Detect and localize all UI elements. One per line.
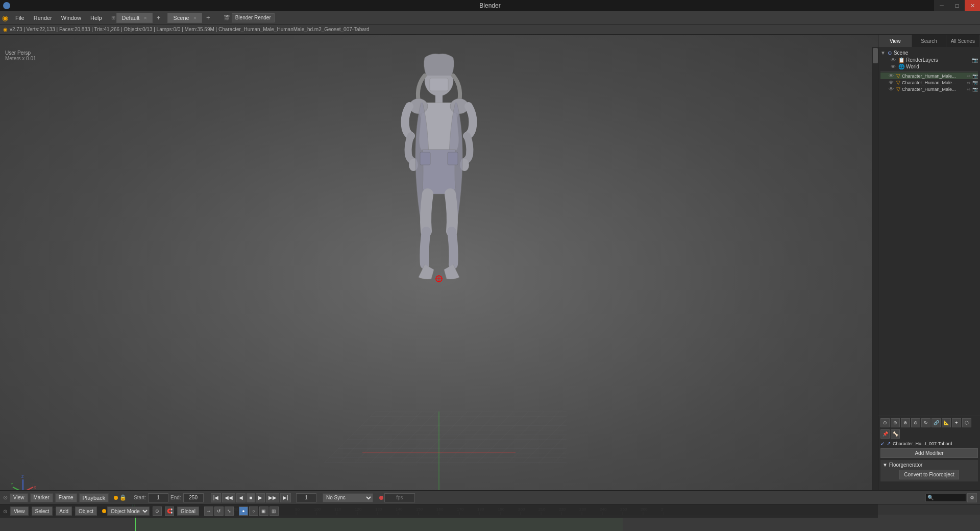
timeline-marker-btn[interactable]: Marker [30, 493, 53, 502]
menubar-help[interactable]: Help [86, 12, 106, 23]
viewport-toolbar-bottom: ⊙ View Select Add Object Object Mode Edi… [0, 504, 878, 518]
mod-constraint-pin-icon[interactable]: 📌 [880, 429, 890, 439]
scene-item-char1[interactable]: 👁 ▽ Character_Human_Male... ⇔ 📷 [880, 73, 978, 79]
timeline-frame-btn[interactable]: Frame [55, 493, 77, 502]
char3-type-icon: ▽ [896, 86, 900, 92]
view-menu-btn[interactable]: View [10, 506, 29, 516]
play-reverse-btn[interactable]: ◀ [236, 493, 246, 502]
play-btn[interactable]: ▶ [256, 493, 265, 502]
timeline-settings-btn[interactable]: ⚙ [967, 493, 977, 502]
renderlayers-label: RenderLayers [906, 57, 938, 63]
global-local-btn[interactable]: Global [177, 506, 199, 516]
sync-select[interactable]: No Sync Frame Dropping AV Sync [323, 493, 373, 502]
snap-btn[interactable]: 🧲 [165, 506, 174, 516]
svg-rect-14 [448, 152, 458, 165]
right-panel: View Search All Scenes ▼ ⊙ Scene 👁 📋 Ren… [878, 35, 980, 518]
mod-type-btn-9[interactable]: ⬡ [962, 418, 971, 427]
skip-forward-btn[interactable]: ▶▶ [266, 493, 279, 502]
rotate-icon-btn[interactable]: ↺ [214, 506, 224, 516]
menubar-render[interactable]: Render [30, 12, 56, 23]
lock-icon-btn[interactable]: 🔒 [119, 494, 127, 501]
mod-type-btn-6[interactable]: 🔗 [932, 418, 941, 427]
object-menu-btn[interactable]: Object [75, 506, 97, 516]
stop-btn[interactable]: ■ [247, 493, 255, 502]
window-controls: ─ □ ✕ [934, 0, 980, 11]
start-frame-input[interactable] [148, 493, 168, 502]
rp-tab-view[interactable]: View [878, 35, 912, 47]
maximize-button[interactable]: □ [949, 0, 965, 11]
svg-rect-0 [324, 412, 567, 463]
viewport-3d[interactable]: User Persp Meters x 0.01 [0, 35, 878, 518]
add-workspace-btn[interactable]: + [155, 14, 163, 21]
skip-back-btn[interactable]: ◀◀ [222, 493, 235, 502]
blender-icon: ◉ [2, 14, 8, 22]
timeline-search[interactable] [925, 494, 966, 502]
fps-input[interactable] [384, 493, 415, 502]
translate-icon-btn[interactable]: ↔ [204, 506, 213, 516]
mod-type-btn-4[interactable]: ⊘ [911, 418, 920, 427]
mod-bone-icon[interactable]: 🦴 [891, 429, 900, 439]
scene-item-char3[interactable]: 👁 ▽ Character_Human_Male... ⇔ 📷 [880, 86, 978, 92]
scene-tab-close[interactable]: × [193, 15, 197, 21]
select-menu-btn[interactable]: Select [32, 506, 53, 516]
mod-type-btn-1[interactable]: ⊙ [880, 418, 890, 427]
scene-tab[interactable]: Scene × [167, 13, 202, 23]
version-info: v2.73 | Verts:22,133 | Faces:20,833 | Tr… [10, 27, 370, 32]
char1-type-icon: ▽ [896, 73, 900, 79]
renderlayers-icon: 📋 [898, 57, 904, 63]
rp-tab-all-scenes[interactable]: All Scenes [946, 35, 980, 47]
viewport-coord-label: User Persp Meters x 0.01 [5, 50, 36, 61]
eye-icon-char3: 👁 [889, 86, 894, 92]
menubar-file[interactable]: File [11, 12, 29, 23]
workspace-tab-close[interactable]: × [143, 15, 146, 21]
scene-item-renderlayers[interactable]: 👁 📋 RenderLayers 📷 [880, 57, 978, 63]
mod-type-btn-3[interactable]: ⊗ [901, 418, 910, 427]
timeline-view-btn[interactable]: View [10, 493, 28, 502]
render-engine-select[interactable]: Blender Render [232, 13, 275, 22]
add-menu-btn[interactable]: Add [56, 506, 72, 516]
mode-select[interactable]: Object Mode Edit Mode Sculpt Mode Pose M… [107, 506, 150, 516]
main-layout: User Persp Meters x 0.01 [0, 35, 980, 518]
renderlayers-cam-icon: 📷 [972, 57, 978, 63]
viewport-scrollbar[interactable] [872, 47, 878, 504]
convert-to-floorobject-btn[interactable]: Convert to Floorobject [899, 470, 959, 479]
scene-expand-icon[interactable]: ▼ [880, 50, 886, 56]
menubar-window[interactable]: Window [57, 12, 85, 23]
add-scene-btn[interactable]: + [204, 14, 212, 21]
mod-type-btn-8[interactable]: ✦ [952, 418, 961, 427]
obj-arrow2-icon: ↗ [887, 441, 891, 446]
svg-text:X: X [34, 486, 36, 489]
svg-rect-4 [430, 78, 448, 91]
scene-icon: ⊙ [888, 50, 892, 56]
char2-label: Character_Human_Male... [902, 80, 956, 85]
minimize-button[interactable]: ─ [934, 0, 949, 11]
scale-icon-btn[interactable]: ⤡ [225, 506, 234, 516]
current-frame-input[interactable] [296, 493, 316, 502]
end-label: End: [170, 495, 181, 500]
timeline-playback-btn[interactable]: Playback [79, 493, 109, 502]
wire-mode-btn[interactable]: ○ [249, 506, 258, 516]
modifier-type-toolbar: ⊙ ⊕ ⊗ ⊘ ↻ 🔗 📐 ✦ ⬡ [880, 418, 978, 427]
scene-label: Scene [894, 50, 908, 56]
skip-to-start-btn[interactable]: |◀ [211, 493, 222, 502]
scene-item-world[interactable]: 👁 🌐 World [880, 63, 978, 70]
app-icon [3, 2, 10, 9]
textured-mode-btn[interactable]: ▣ [259, 506, 268, 516]
scene-item-char2[interactable]: 👁 ▽ Character_Human_Male... ⇔ 📷 [880, 79, 978, 86]
render-mode-btn[interactable]: ▥ [270, 506, 279, 516]
solid-mode-btn[interactable]: ● [239, 506, 248, 516]
rp-tab-search[interactable]: Search [912, 35, 946, 47]
skip-to-end-btn[interactable]: ▶| [280, 493, 291, 502]
mod-type-btn-5[interactable]: ↻ [921, 418, 930, 427]
close-button[interactable]: ✕ [965, 0, 980, 11]
add-modifier-btn[interactable]: Add Modifier [880, 448, 978, 458]
mod-type-btn-7[interactable]: 📐 [942, 418, 951, 427]
timeline-toolbar: ⊙ View Marker Frame Playback 🔒 Start: En… [0, 491, 980, 504]
workspace-tab-default[interactable]: Default × [116, 13, 153, 23]
scene-tree: ▼ ⊙ Scene 👁 📋 RenderLayers 📷 👁 🌐 World 👁 [878, 47, 980, 416]
mod-type-btn-2[interactable]: ⊕ [891, 418, 900, 427]
info-bar: ◉ v2.73 | Verts:22,133 | Faces:20,833 | … [0, 25, 980, 35]
pivot-icon-btn[interactable]: ⊙ [153, 506, 162, 516]
end-frame-input[interactable] [183, 493, 204, 502]
char1-extra-icons: ⇔ 📷 [967, 73, 978, 79]
